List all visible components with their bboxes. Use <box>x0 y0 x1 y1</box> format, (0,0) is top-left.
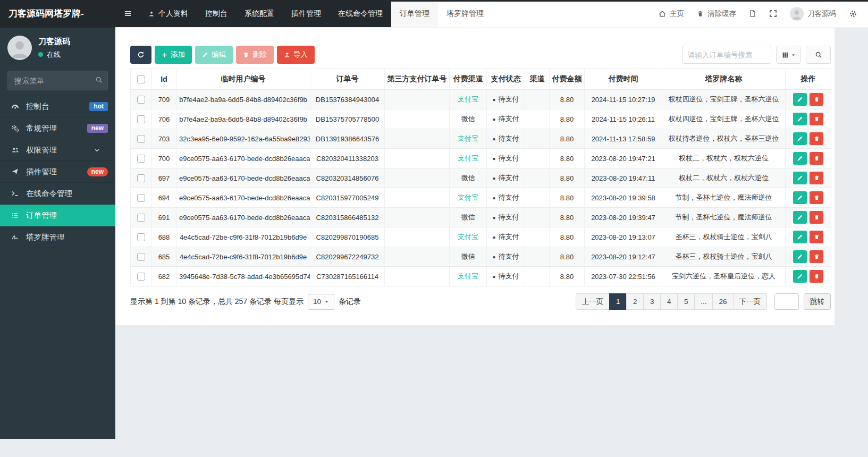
add-button[interactable]: 添加 <box>155 46 192 64</box>
sidebar-item[interactable]: 订单管理 <box>0 205 115 226</box>
row-delete-button[interactable] <box>810 191 823 204</box>
nav-tab[interactable]: 塔罗牌管理 <box>438 0 492 27</box>
home-button[interactable]: 主页 <box>659 9 684 19</box>
cell-pay-channel[interactable]: 支付宝 <box>450 267 487 286</box>
row-delete-button[interactable] <box>810 250 823 263</box>
sidebar-item[interactable]: 常规管理new <box>0 117 115 139</box>
row-checkbox[interactable] <box>137 194 145 202</box>
pay-channel-label[interactable]: 支付宝 <box>458 134 478 142</box>
row-delete-button[interactable] <box>810 132 823 145</box>
order-search-input[interactable] <box>682 46 771 64</box>
cell-third-no <box>385 129 450 149</box>
row-delete-button[interactable] <box>810 270 823 283</box>
nav-tab[interactable]: 个人资料 <box>140 0 197 27</box>
row-checkbox[interactable] <box>137 135 145 143</box>
row-checkbox[interactable] <box>137 273 145 281</box>
pencil-icon <box>797 214 803 221</box>
docs-button[interactable] <box>749 10 756 18</box>
row-edit-button[interactable] <box>793 152 807 165</box>
cell-id: 685 <box>152 247 176 267</box>
clear-cache-button[interactable]: 清除缓存 <box>697 9 736 19</box>
page-number[interactable]: 26 <box>712 293 733 310</box>
pay-channel-label[interactable]: 支付宝 <box>458 272 478 280</box>
fullscreen-button[interactable] <box>769 10 777 18</box>
row-edit-button[interactable] <box>793 172 807 184</box>
pay-channel-label[interactable]: 支付宝 <box>458 95 478 103</box>
delete-button[interactable]: 删除 <box>236 46 274 64</box>
row-checkbox[interactable] <box>137 253 145 261</box>
page-number[interactable]: 1 <box>609 293 627 310</box>
cell-pay-channel[interactable]: 支付宝 <box>450 149 487 168</box>
row-edit-button[interactable] <box>793 211 807 224</box>
sidebar-item[interactable]: 插件管理new <box>0 161 115 183</box>
cell-pay-channel[interactable]: 支付宝 <box>450 188 487 208</box>
pay-channel-label[interactable]: 支付宝 <box>458 154 478 162</box>
row-delete-button[interactable] <box>810 231 823 243</box>
pay-channel-label[interactable]: 支付宝 <box>458 233 478 241</box>
select-all-checkbox[interactable] <box>137 75 145 83</box>
page-number[interactable]: 3 <box>643 293 661 310</box>
user-menu[interactable]: 刀客源码 <box>790 7 836 21</box>
settings-button[interactable] <box>849 10 857 18</box>
row-delete-button[interactable] <box>810 152 823 165</box>
columns-button[interactable] <box>776 46 801 64</box>
column-header: 操作 <box>786 69 831 90</box>
next-page-button[interactable]: 下一页 <box>733 293 768 310</box>
row-edit-button[interactable] <box>793 132 807 145</box>
pay-channel-label[interactable]: 支付宝 <box>458 193 478 201</box>
row-edit-button[interactable] <box>793 231 807 243</box>
sidebar-user-panel: 刀客源码 在线 <box>0 28 115 66</box>
cell-third-no <box>385 247 450 267</box>
hamburger-icon[interactable] <box>115 0 140 27</box>
page-number[interactable]: 2 <box>626 293 644 310</box>
row-edit-button[interactable] <box>793 270 807 283</box>
cell-pay-channel[interactable]: 支付宝 <box>450 227 487 247</box>
row-edit-button[interactable] <box>793 191 807 204</box>
cell-pay-channel[interactable]: 支付宝 <box>450 90 487 109</box>
row-checkbox[interactable] <box>137 174 145 182</box>
row-delete-button[interactable] <box>810 113 823 125</box>
search-button[interactable] <box>806 46 831 64</box>
page-number[interactable]: 4 <box>660 293 678 310</box>
sidebar-item[interactable]: 控制台hot <box>0 96 115 117</box>
edit-button[interactable]: 编辑 <box>195 46 233 64</box>
cell-pay-channel: 微信 <box>450 247 487 267</box>
nav-tab[interactable]: 订单管理 <box>391 0 438 27</box>
row-edit-button[interactable] <box>793 113 807 125</box>
sidebar-item[interactable]: 在线命令管理 <box>0 183 115 205</box>
row-edit-button[interactable] <box>793 93 807 106</box>
row-checkbox[interactable] <box>137 214 145 222</box>
cell-tarot-name: 权杖四逆位，宝剑王牌，圣杯六逆位 <box>662 90 786 109</box>
row-checkbox[interactable] <box>137 115 145 123</box>
cell-order-no: C820299672249732 <box>310 247 385 267</box>
refresh-button[interactable] <box>130 46 151 64</box>
cell-pay-channel[interactable]: 支付宝 <box>450 129 487 149</box>
row-checkbox[interactable] <box>137 233 145 241</box>
row-delete-button[interactable] <box>810 211 823 224</box>
jump-button[interactable]: 跳转 <box>804 293 831 310</box>
row-delete-button[interactable] <box>810 172 823 184</box>
jump-page-input[interactable] <box>774 293 799 310</box>
page-size-dropdown[interactable]: 10 <box>308 294 334 310</box>
search-icon[interactable] <box>95 76 103 83</box>
sidebar-item[interactable]: 权限管理 <box>0 139 115 161</box>
nav-tab[interactable]: 系统配置 <box>236 0 283 27</box>
row-checkbox[interactable] <box>137 155 145 163</box>
row-checkbox-cell <box>131 208 152 227</box>
menu-search-input[interactable] <box>7 71 108 90</box>
navbar-username: 刀客源码 <box>807 9 836 19</box>
import-button[interactable]: 导入 <box>277 46 315 64</box>
row-checkbox[interactable] <box>137 96 145 104</box>
nav-tab[interactable]: 插件管理 <box>283 0 330 27</box>
row-delete-button[interactable] <box>810 93 823 106</box>
nav-tab[interactable]: 控制台 <box>197 0 236 27</box>
cell-user-no: 4e4c5cad-72be-c9f6-31f8-7012b19b6d9e <box>176 227 310 247</box>
main-content: 添加 编辑 删除 导入 <box>115 28 835 325</box>
nav-tab[interactable]: 在线命令管理 <box>330 0 391 27</box>
trash-icon <box>814 194 820 201</box>
row-edit-button[interactable] <box>793 250 807 263</box>
prev-page-button[interactable]: 上一页 <box>576 293 610 310</box>
sidebar-item[interactable]: 塔罗牌管理 <box>0 226 115 248</box>
brand-logo[interactable]: 刀客源码网塔罗牌- <box>0 0 115 28</box>
page-number[interactable]: 5 <box>677 293 695 310</box>
